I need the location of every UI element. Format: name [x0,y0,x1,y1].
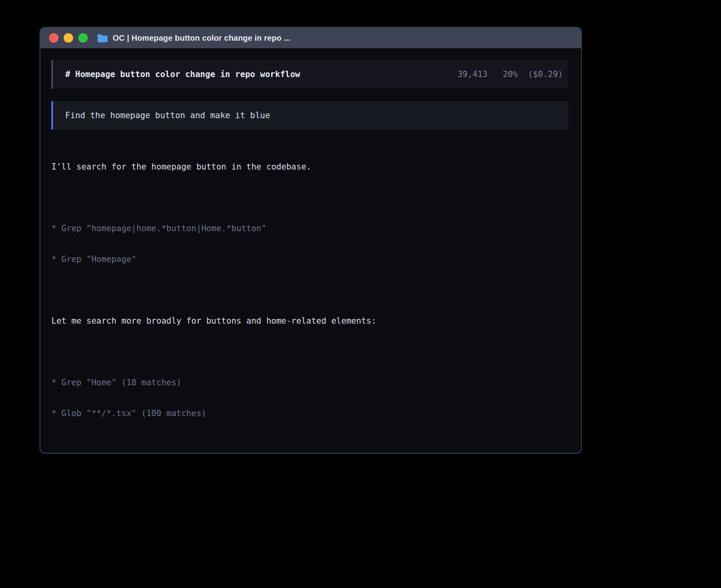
context-percent: 20% [503,70,518,79]
user-message: Find the homepage button and make it blu… [51,101,568,130]
session-title: # Homepage button color change in repo w… [65,69,300,79]
tool-call-line: * Grep "Homepage" [51,254,568,264]
tool-call-group: * Grep "homepage|home.*button|Home.*butt… [51,203,568,285]
title-group: OC | Homepage button color change in rep… [97,34,291,43]
tool-call-line: * Grep "homepage|home.*button|Home.*butt… [51,223,568,234]
assistant-line: Let me search more broadly for buttons a… [51,316,568,326]
terminal-content: # Homepage button color change in repo w… [40,48,581,454]
window-titlebar[interactable]: OC | Homepage button color change in rep… [40,28,581,48]
folder-icon [97,34,108,42]
minimize-button[interactable] [64,33,73,43]
close-button[interactable] [49,33,59,43]
window-title: OC | Homepage button color change in rep… [113,34,291,43]
tool-call-group: * Grep "Home" (18 matches) * Glob "**/*.… [51,357,568,439]
assistant-text: I found several "Home" links. Let me loo… [51,449,568,454]
tool-call-line: * Grep "Home" (18 matches) [51,377,568,388]
tool-call-line: * Glob "**/*.tsx" (100 matches) [51,408,568,418]
assistant-line: I'll search for the homepage button in t… [51,162,568,172]
token-count: 39,413 [457,70,487,79]
zoom-button[interactable] [78,33,88,43]
traffic-lights [49,33,88,43]
transcript: I'll search for the homepage button in t… [51,141,568,454]
session-header: # Homepage button color change in repo w… [51,60,568,89]
user-message-text: Find the homepage button and make it blu… [65,110,270,121]
session-cost: ($0.29) [528,70,563,79]
session-stats: 39,413 20% ($0.29) [457,69,563,79]
assistant-text: Let me search more broadly for buttons a… [51,295,568,347]
terminal-window: OC | Homepage button color change in rep… [40,27,582,454]
assistant-text: I'll search for the homepage button in t… [51,141,568,192]
